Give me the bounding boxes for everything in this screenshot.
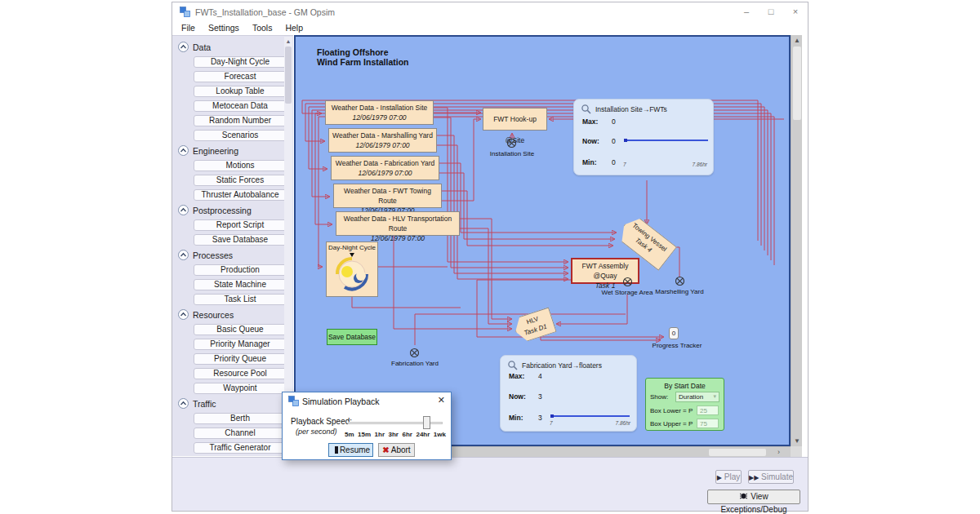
sidebar-item-task-list[interactable]: Task List — [194, 294, 287, 305]
simulation-playback-dialog: Simulation Playback ✕ Playback Speed: (p… — [282, 392, 452, 460]
chevron-down-icon: ▾ — [713, 393, 716, 400]
monitor-now-value: 3 — [538, 392, 542, 401]
block-weather-data-marshalling-yard[interactable]: Weather Data - Marshalling Yard12/06/197… — [328, 128, 437, 153]
tick-3hr: 3hr — [389, 431, 399, 438]
wet-storage-node-icon[interactable] — [622, 277, 633, 287]
sidebar-item-forecast[interactable]: Forecast — [194, 71, 287, 82]
model-canvas[interactable]: Floating Offshore Wind Farm Installation… — [294, 35, 791, 446]
chevron-up-icon — [178, 398, 189, 409]
abort-button[interactable]: ✖Abort — [378, 443, 415, 457]
sidebar-item-resource-pool[interactable]: Resource Pool — [194, 368, 287, 379]
sidebar-group-data[interactable]: Data — [178, 41, 283, 53]
tick-5m: 5m — [345, 431, 354, 438]
scroll-down-icon[interactable]: ▼ — [791, 436, 803, 446]
sidebar-group-traffic[interactable]: Traffic — [178, 397, 283, 410]
monitor-max-value: 0 — [612, 117, 616, 126]
by-start-date-title: By Start Date — [646, 382, 724, 390]
block-weather-data-fwt-towing-route[interactable]: Weather Data - FWT Towing Route12/06/197… — [333, 184, 442, 208]
block-weather-data-installation-site[interactable]: Weather Data - Installation Site12/06/19… — [325, 100, 434, 125]
sidebar-group-postprocessing[interactable]: Postprocessing — [178, 204, 283, 216]
box-upper-input[interactable]: 75 — [697, 419, 719, 428]
sidebar-item-channel[interactable]: Channel — [194, 428, 287, 439]
fabrication-yard-node-label: Fabrication Yard — [382, 360, 448, 367]
menu-tools[interactable]: Tools — [247, 22, 278, 35]
sidebar-item-metocean-data[interactable]: Metocean Data — [194, 100, 287, 112]
block-weather-data-fabrication-yard[interactable]: Weather Data - Fabrication Yard12/06/197… — [331, 156, 439, 180]
marshelling-yard-node-label: Marshelling Yard — [647, 288, 712, 295]
minimize-icon[interactable]: – — [734, 2, 759, 22]
resume-button[interactable]: Resume — [328, 443, 373, 457]
canvas-title: Floating Offshore Wind Farm Installation — [317, 47, 409, 67]
per-second-label: (per second) — [296, 428, 337, 436]
sidebar-item-priority-queue[interactable]: Priority Queue — [194, 353, 287, 365]
play-button[interactable]: ▶ Play — [715, 470, 742, 484]
monitor-chart-line — [551, 415, 630, 417]
installation-site-node-icon[interactable] — [506, 138, 517, 148]
sidebar-item-static-forces[interactable]: Static Forces — [194, 175, 287, 186]
sidebar-group-processes[interactable]: Processes — [178, 249, 283, 261]
chevron-up-icon — [178, 145, 189, 156]
sidebar-item-save-database[interactable]: Save Database — [194, 234, 287, 246]
sidebar-item-priority-manager[interactable]: Priority Manager — [194, 339, 287, 350]
menu-settings[interactable]: Settings — [203, 22, 245, 35]
vscroll-thumb[interactable] — [793, 47, 801, 120]
sidebar-item-berth[interactable]: Berth — [194, 413, 287, 424]
tick-6hr: 6hr — [402, 431, 412, 438]
chevron-up-icon — [178, 42, 189, 52]
menu-file[interactable]: File — [176, 22, 201, 35]
installation-site-node-label: Installation Site — [479, 150, 545, 157]
sidebar-item-basic-queue[interactable]: Basic Queue — [194, 324, 287, 335]
app-logo-icon — [180, 7, 190, 17]
by-start-date-panel: By Start Date Show: Duration▾ Box Lower … — [645, 378, 724, 431]
hscroll-thumb[interactable] — [709, 449, 766, 456]
sidebar-item-day-night-cycle[interactable]: Day-Night Cycle — [194, 56, 287, 68]
simulate-button[interactable]: ▶▶ Simulate — [748, 470, 794, 484]
sidebar-item-traffic-generator[interactable]: Traffic Generator — [194, 442, 287, 454]
sidebar-item-motions[interactable]: Motions — [194, 160, 287, 171]
block-weather-data-hlv-transportation-route[interactable]: Weather Data - HLV Transportation Route1… — [336, 211, 460, 236]
chevron-up-icon — [178, 250, 189, 260]
menu-help[interactable]: Help — [279, 22, 309, 35]
monitor-chart-marker — [624, 139, 627, 142]
sidebar-item-waypoint[interactable]: Waypoint — [194, 383, 287, 394]
tick-1wk: 1wk — [434, 431, 446, 438]
scroll-up-icon[interactable]: ▲ — [284, 37, 292, 46]
app-logo-icon — [288, 396, 299, 406]
maximize-icon[interactable]: □ — [759, 2, 783, 22]
box-lower-input[interactable]: 25 — [697, 405, 719, 415]
view-exceptions-debug-button[interactable]: View Exceptions/Debug — [707, 490, 800, 504]
speed-slider-handle[interactable] — [423, 416, 430, 429]
playback-speed-label: Playback Speed: — [291, 417, 352, 426]
monitor-now-value: 0 — [612, 137, 616, 145]
magnifier-icon — [581, 104, 592, 115]
monitor-fabrication-yard[interactable]: Fabrication Yard→floaters Max: 4 Now: 3 … — [500, 355, 637, 432]
close-icon[interactable]: ✕ — [438, 395, 445, 405]
sidebar-scroll-thumb[interactable] — [285, 47, 292, 104]
footer: ▶ Play ▶▶ Simulate View Exceptions/Debug — [172, 457, 808, 511]
block-fwt-hookup[interactable]: FWT Hook-up @Site — [483, 108, 547, 131]
monitor-min-value: 3 — [538, 414, 542, 422]
sidebar-item-state-machine[interactable]: State Machine — [194, 279, 287, 290]
sidebar-item-lookup-table[interactable]: Lookup Table — [194, 86, 287, 97]
close-icon[interactable]: × — [783, 2, 808, 22]
fabrication-yard-node-icon[interactable] — [409, 348, 420, 358]
block-save-database[interactable]: Save Database — [327, 329, 377, 345]
bug-icon — [739, 492, 748, 500]
sidebar-item-thruster-autobalance[interactable]: Thruster Autobalance — [194, 189, 287, 201]
sidebar-item-production[interactable]: Production — [194, 264, 287, 276]
sidebar-item-random-number[interactable]: Random Number — [194, 115, 287, 126]
scroll-up-icon[interactable]: ▲ — [791, 35, 803, 46]
marshelling-yard-node-icon[interactable] — [675, 276, 685, 286]
sidebar-item-report-script[interactable]: Report Script — [194, 219, 287, 231]
tick-24hr: 24hr — [416, 431, 430, 438]
canvas-vscrollbar[interactable]: ▲ ▼ — [791, 35, 802, 446]
titlebar: FWTs_Installation_base - GM Opsim – □ × — [172, 2, 808, 22]
show-dropdown[interactable]: Duration▾ — [675, 392, 719, 402]
sidebar-item-scenarios[interactable]: Scenarios — [194, 130, 287, 141]
sidebar-group-resources[interactable]: Resources — [178, 308, 283, 321]
sidebar-group-engineering[interactable]: Engineering — [178, 144, 283, 157]
block-day-night-cycle[interactable]: Day-Night Cycle — [326, 241, 378, 297]
menubar: FileSettingsToolsHelp — [176, 22, 309, 35]
monitor-installation-site[interactable]: Installation Site→FWTs Max: 0 Now: 0 Min… — [573, 99, 714, 175]
progress-tracker-value[interactable]: 0 — [669, 327, 679, 339]
